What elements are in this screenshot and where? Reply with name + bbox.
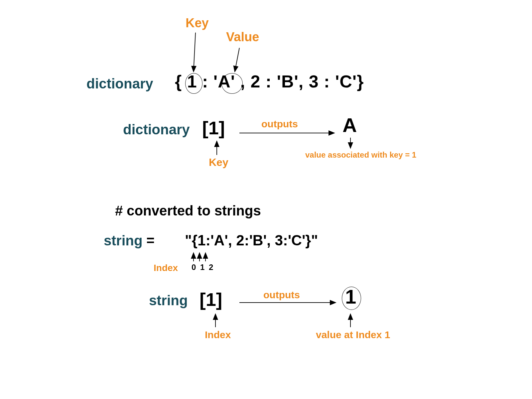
string-access-label: string [149,293,188,309]
string-literal: "{1:'A', 2:'B', 3:'C'}" [185,232,318,249]
label-key: Key [186,16,209,30]
index-numbers: 0 1 2 [192,263,214,272]
index-label: Index [154,263,178,273]
dict-bracket-access: [1] [202,117,225,139]
circle-value [221,73,243,94]
dictionary-literal: { 1 : 'A' , 2 : 'B', 3 : 'C'} [175,71,364,91]
circle-result [342,287,361,310]
string-label: string [104,233,143,248]
comment-converted: # converted to strings [115,203,261,219]
value-associated-label: value associated with key = 1 [305,150,416,160]
outputs-label-2: outputs [263,289,300,301]
circle-key [185,73,202,94]
svg-line-2 [235,48,239,72]
string-assignment: string = [104,233,155,249]
label-value: Value [226,30,259,44]
dict-result-a: A [342,114,357,137]
index-label-bottom: Index [205,329,231,340]
outputs-label-1: outputs [261,118,298,130]
dictionary-access-label: dictionary [123,122,190,138]
equals-sign: = [143,233,155,248]
value-at-index-label: value at Index 1 [316,329,390,340]
string-bracket-access: [1] [200,289,222,310]
key-label-bottom: Key [209,156,228,169]
arrows-overlay [0,0,532,399]
svg-line-1 [194,33,196,72]
dictionary-label: dictionary [86,76,153,92]
